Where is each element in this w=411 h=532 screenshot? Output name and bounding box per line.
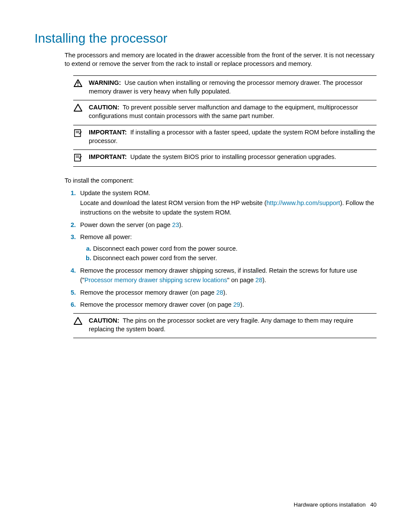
caution-label: CAUTION: (89, 104, 119, 111)
important-text-1: IMPORTANT: If installing a processor wit… (89, 128, 377, 146)
svg-point-1 (78, 84, 78, 85)
shipping-screw-link[interactable]: Processor memory drawer shipping screw l… (84, 277, 227, 283)
inline-caution-block: CAUTION: The pins on the processor socke… (73, 313, 377, 339)
caution-icon (73, 103, 83, 112)
inline-caution-note: CAUTION: The pins on the processor socke… (73, 313, 377, 339)
footer-section: Hardware options installation (294, 501, 366, 508)
important-label-2: IMPORTANT: (89, 153, 127, 160)
step-3b: Disconnect each power cord from the serv… (93, 253, 377, 263)
to-install-label: To install the component: (65, 177, 377, 184)
step-5: Remove the processor memory drawer (on p… (78, 288, 377, 297)
important-body-1: If installing a processor with a faster … (89, 129, 375, 144)
page-heading: Installing the processor (34, 31, 377, 46)
step-4: Remove the processor memory drawer shipp… (78, 266, 377, 285)
warning-note: WARNING: Use caution when installing or … (73, 75, 377, 100)
step-3: Remove all power: Disconnect each power … (78, 232, 377, 263)
svg-rect-5 (75, 154, 81, 161)
warning-text: WARNING: Use caution when installing or … (89, 78, 377, 96)
step-1: Update the system ROM. Locate and downlo… (78, 188, 377, 217)
step-2: Power down the server (on page 23). (78, 220, 377, 230)
step-3a: Disconnect each power cord from the powe… (93, 244, 377, 253)
substeps-list: Disconnect each power cord from the powe… (80, 244, 377, 263)
page-ref-29[interactable]: 29 (233, 301, 240, 308)
inline-caution-label: CAUTION: (89, 317, 119, 324)
page-footer: Hardware options installation 40 (294, 501, 377, 508)
warning-label: WARNING: (89, 79, 121, 86)
page-ref-28b[interactable]: 28 (216, 289, 223, 296)
page-ref-23[interactable]: 23 (172, 221, 179, 228)
note-icon (73, 152, 83, 162)
important-note-2: IMPORTANT: Update the system BIOS prior … (73, 149, 377, 167)
caution-note: CAUTION: To prevent possible server malf… (73, 100, 377, 125)
step-6: Remove the processor memory drawer cover… (78, 300, 377, 309)
caution-text: CAUTION: To prevent possible server malf… (89, 103, 377, 121)
important-text-2: IMPORTANT: Update the system BIOS prior … (89, 152, 377, 161)
intro-paragraph: The processors and memory are located in… (65, 51, 377, 68)
inline-caution-text: CAUTION: The pins on the processor socke… (89, 316, 377, 334)
caution-body: To prevent possible server malfunction a… (89, 104, 358, 119)
important-body-2: Update the system BIOS prior to installi… (130, 153, 336, 160)
warning-body: Use caution when installing or removing … (89, 79, 363, 95)
notes-block: WARNING: Use caution when installing or … (73, 75, 377, 167)
caution-icon (73, 316, 83, 325)
svg-rect-2 (75, 130, 81, 137)
footer-page-number: 40 (371, 501, 377, 508)
note-icon (73, 128, 83, 137)
hp-support-link[interactable]: http://www.hp.com/support (267, 199, 340, 206)
steps-list: Update the system ROM. Locate and downlo… (65, 188, 377, 309)
warning-icon (73, 78, 83, 87)
inline-caution-body: The pins on the processor socket are ver… (89, 317, 353, 333)
important-note-1: IMPORTANT: If installing a processor wit… (73, 125, 377, 150)
important-label-1: IMPORTANT: (89, 129, 127, 136)
page-ref-28a[interactable]: 28 (255, 277, 262, 283)
